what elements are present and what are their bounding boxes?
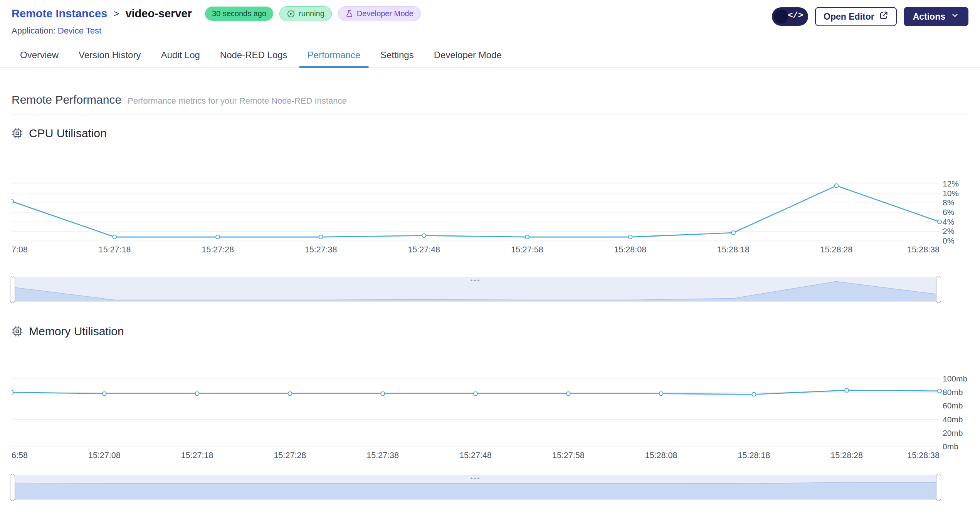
cpu-chart: 0%2%4%6%8%10%12%7:0815:27:1815:27:2815:2… bbox=[12, 178, 968, 255]
memory-navigator-handle-right[interactable] bbox=[936, 474, 941, 501]
code-icon: </> bbox=[788, 11, 803, 20]
cpu-navigator-handle-right[interactable] bbox=[936, 276, 941, 303]
tab-performance[interactable]: Performance bbox=[299, 44, 369, 67]
svg-text:15:28:08: 15:28:08 bbox=[614, 245, 646, 254]
actions-button[interactable]: Actions bbox=[904, 7, 968, 26]
svg-text:10%: 10% bbox=[943, 189, 959, 198]
svg-text:15:28:08: 15:28:08 bbox=[645, 451, 677, 460]
svg-text:4%: 4% bbox=[943, 217, 954, 226]
svg-text:15:28:38: 15:28:38 bbox=[907, 245, 940, 254]
cpu-section-title: CPU Utilisation bbox=[29, 127, 107, 140]
svg-text:60mb: 60mb bbox=[943, 401, 963, 410]
svg-text:15:27:18: 15:27:18 bbox=[181, 451, 213, 460]
svg-text:6:58: 6:58 bbox=[12, 451, 28, 460]
external-link-icon bbox=[879, 11, 888, 22]
tab-developer-mode[interactable]: Developer Mode bbox=[425, 44, 510, 67]
actions-label: Actions bbox=[913, 12, 945, 22]
cpu-navigator-grip[interactable]: ••• bbox=[471, 277, 481, 284]
play-circle-icon bbox=[287, 10, 295, 18]
svg-text:15:27:38: 15:27:38 bbox=[305, 245, 337, 254]
memory-section-header: Memory Utilisation bbox=[12, 325, 968, 338]
svg-text:15:28:38: 15:28:38 bbox=[907, 451, 940, 460]
breadcrumb-remote-instances[interactable]: Remote Instances bbox=[12, 7, 107, 20]
svg-text:15:27:28: 15:27:28 bbox=[202, 245, 234, 254]
cpu-navigator-handle-left[interactable] bbox=[10, 276, 15, 303]
svg-text:15:27:48: 15:27:48 bbox=[408, 245, 440, 254]
tab-audit-log[interactable]: Audit Log bbox=[152, 44, 208, 67]
main-content: Remote Performance Performance metrics f… bbox=[0, 93, 980, 500]
last-seen-label: 30 seconds ago bbox=[212, 9, 266, 18]
memory-chart: 0mb20mb40mb60mb80mb100mb6:5815:27:0815:2… bbox=[12, 373, 968, 461]
page-title: Remote Performance bbox=[12, 93, 121, 106]
toggle-knob bbox=[774, 10, 788, 24]
memory-chart-navigator[interactable]: ••• bbox=[12, 475, 940, 500]
last-seen-badge: 30 seconds ago bbox=[205, 7, 273, 21]
page-subtitle: Performance metrics for your Remote Node… bbox=[128, 96, 347, 106]
svg-text:15:28:18: 15:28:18 bbox=[738, 451, 770, 460]
svg-text:15:28:18: 15:28:18 bbox=[717, 245, 750, 254]
tab-overview[interactable]: Overview bbox=[12, 44, 67, 67]
breadcrumb-separator: > bbox=[113, 8, 119, 20]
svg-text:8%: 8% bbox=[943, 198, 954, 207]
title-row: Remote Instances > video-server 30 secon… bbox=[12, 6, 421, 21]
svg-text:15:27:58: 15:27:58 bbox=[552, 451, 585, 460]
svg-text:15:27:28: 15:27:28 bbox=[274, 451, 306, 460]
svg-text:0%: 0% bbox=[943, 236, 954, 245]
svg-text:15:27:48: 15:27:48 bbox=[459, 451, 492, 460]
svg-text:100mb: 100mb bbox=[943, 374, 967, 383]
svg-text:7:08: 7:08 bbox=[12, 245, 28, 254]
application-link[interactable]: Device Test bbox=[58, 26, 101, 35]
chevron-down-icon bbox=[951, 11, 959, 22]
developer-mode-label: Developer Mode bbox=[357, 9, 414, 18]
status-label: running bbox=[299, 9, 324, 18]
cpu-section-header: CPU Utilisation bbox=[12, 127, 968, 140]
application-row: Application:Device Test bbox=[12, 26, 421, 36]
page-header: Remote Instances > video-server 30 secon… bbox=[0, 0, 980, 36]
svg-text:15:27:38: 15:27:38 bbox=[366, 451, 399, 460]
svg-text:15:28:28: 15:28:28 bbox=[830, 451, 863, 460]
memory-chip-icon bbox=[12, 326, 23, 337]
tab-node-red-logs[interactable]: Node-RED Logs bbox=[212, 44, 296, 67]
performance-header: Remote Performance Performance metrics f… bbox=[12, 93, 968, 114]
cpu-chart-navigator[interactable]: ••• bbox=[12, 277, 940, 302]
header-actions: </> Open Editor Actions bbox=[772, 6, 968, 26]
header-left: Remote Instances > video-server 30 secon… bbox=[12, 6, 421, 36]
svg-text:80mb: 80mb bbox=[943, 388, 963, 396]
svg-text:0mb: 0mb bbox=[943, 442, 958, 451]
tab-settings[interactable]: Settings bbox=[372, 44, 422, 67]
application-label: Application: bbox=[12, 26, 55, 35]
svg-text:6%: 6% bbox=[943, 208, 954, 217]
tab-bar: Overview Version History Audit Log Node-… bbox=[0, 44, 980, 68]
memory-section-title: Memory Utilisation bbox=[29, 325, 124, 338]
memory-navigator-handle-left[interactable] bbox=[10, 474, 15, 501]
open-editor-button[interactable]: Open Editor bbox=[815, 7, 897, 26]
svg-text:15:27:58: 15:27:58 bbox=[511, 245, 543, 254]
svg-text:20mb: 20mb bbox=[943, 428, 963, 437]
open-editor-label: Open Editor bbox=[824, 12, 874, 22]
svg-text:15:28:28: 15:28:28 bbox=[820, 245, 853, 254]
instance-name: video-server bbox=[125, 7, 192, 20]
developer-mode-toggle[interactable]: </> bbox=[772, 7, 808, 26]
status-badge: running bbox=[279, 6, 332, 21]
beaker-icon bbox=[345, 10, 353, 18]
svg-text:15:27:18: 15:27:18 bbox=[99, 245, 131, 254]
cpu-chip-icon bbox=[12, 128, 23, 139]
developer-mode-badge: Developer Mode bbox=[338, 6, 421, 21]
svg-text:40mb: 40mb bbox=[943, 415, 963, 424]
tab-version-history[interactable]: Version History bbox=[70, 44, 149, 67]
svg-text:2%: 2% bbox=[943, 227, 954, 235]
memory-navigator-grip[interactable]: ••• bbox=[471, 475, 481, 482]
svg-text:12%: 12% bbox=[943, 179, 959, 188]
svg-text:15:27:08: 15:27:08 bbox=[88, 451, 121, 460]
